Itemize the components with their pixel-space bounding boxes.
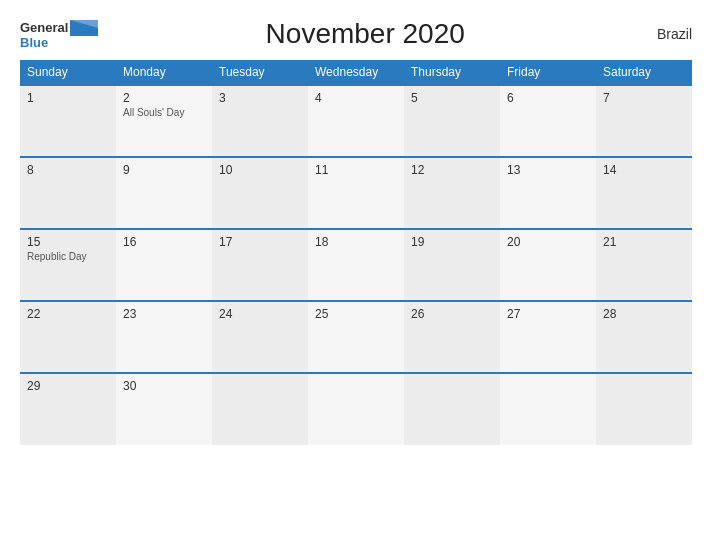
day-number: 23	[123, 307, 205, 321]
day-number: 26	[411, 307, 493, 321]
calendar-day-cell: 24	[212, 301, 308, 373]
calendar-page: General Blue November 2020 Brazil Sunday…	[0, 0, 712, 550]
day-number: 9	[123, 163, 205, 177]
calendar-day-cell: 11	[308, 157, 404, 229]
calendar-day-cell: 4	[308, 85, 404, 157]
calendar-day-cell	[404, 373, 500, 445]
day-number: 7	[603, 91, 685, 105]
day-number: 18	[315, 235, 397, 249]
calendar-day-cell: 18	[308, 229, 404, 301]
calendar-day-cell: 25	[308, 301, 404, 373]
calendar-day-cell: 15Republic Day	[20, 229, 116, 301]
header-tuesday: Tuesday	[212, 60, 308, 85]
calendar-week-row: 12All Souls' Day34567	[20, 85, 692, 157]
day-number: 27	[507, 307, 589, 321]
calendar-day-cell: 28	[596, 301, 692, 373]
day-number: 29	[27, 379, 109, 393]
calendar-day-cell	[212, 373, 308, 445]
day-number: 4	[315, 91, 397, 105]
logo-flag-icon	[70, 20, 98, 36]
calendar-day-cell: 20	[500, 229, 596, 301]
calendar-day-cell: 16	[116, 229, 212, 301]
calendar-day-cell: 21	[596, 229, 692, 301]
day-number: 3	[219, 91, 301, 105]
day-number: 12	[411, 163, 493, 177]
calendar-day-cell: 14	[596, 157, 692, 229]
calendar-day-cell	[500, 373, 596, 445]
day-number: 14	[603, 163, 685, 177]
weekday-header-row: Sunday Monday Tuesday Wednesday Thursday…	[20, 60, 692, 85]
calendar-day-cell: 29	[20, 373, 116, 445]
calendar-day-cell: 9	[116, 157, 212, 229]
calendar-day-cell: 19	[404, 229, 500, 301]
day-number: 19	[411, 235, 493, 249]
calendar-table: Sunday Monday Tuesday Wednesday Thursday…	[20, 60, 692, 445]
calendar-day-cell: 6	[500, 85, 596, 157]
calendar-day-cell	[308, 373, 404, 445]
day-number: 10	[219, 163, 301, 177]
day-number: 25	[315, 307, 397, 321]
day-number: 1	[27, 91, 109, 105]
day-number: 17	[219, 235, 301, 249]
calendar-day-cell: 27	[500, 301, 596, 373]
calendar-week-row: 22232425262728	[20, 301, 692, 373]
calendar-day-cell: 30	[116, 373, 212, 445]
header-saturday: Saturday	[596, 60, 692, 85]
day-number: 21	[603, 235, 685, 249]
calendar-week-row: 891011121314	[20, 157, 692, 229]
calendar-day-cell: 3	[212, 85, 308, 157]
day-number: 30	[123, 379, 205, 393]
logo-general-text: General	[20, 21, 68, 34]
calendar-week-row: 2930	[20, 373, 692, 445]
day-number: 11	[315, 163, 397, 177]
calendar-day-cell: 10	[212, 157, 308, 229]
day-number: 20	[507, 235, 589, 249]
header-wednesday: Wednesday	[308, 60, 404, 85]
calendar-day-cell: 12	[404, 157, 500, 229]
holiday-label: All Souls' Day	[123, 107, 205, 118]
day-number: 24	[219, 307, 301, 321]
day-number: 22	[27, 307, 109, 321]
logo: General Blue	[20, 20, 98, 49]
day-number: 13	[507, 163, 589, 177]
holiday-label: Republic Day	[27, 251, 109, 262]
calendar-day-cell: 1	[20, 85, 116, 157]
day-number: 15	[27, 235, 109, 249]
calendar-title: November 2020	[98, 18, 632, 50]
day-number: 8	[27, 163, 109, 177]
calendar-day-cell: 8	[20, 157, 116, 229]
calendar-day-cell: 23	[116, 301, 212, 373]
calendar-day-cell: 26	[404, 301, 500, 373]
header-monday: Monday	[116, 60, 212, 85]
calendar-day-cell: 2All Souls' Day	[116, 85, 212, 157]
day-number: 16	[123, 235, 205, 249]
header-thursday: Thursday	[404, 60, 500, 85]
day-number: 6	[507, 91, 589, 105]
header-sunday: Sunday	[20, 60, 116, 85]
day-number: 5	[411, 91, 493, 105]
calendar-week-row: 15Republic Day161718192021	[20, 229, 692, 301]
calendar-day-cell: 7	[596, 85, 692, 157]
calendar-day-cell	[596, 373, 692, 445]
calendar-day-cell: 5	[404, 85, 500, 157]
calendar-day-cell: 17	[212, 229, 308, 301]
day-number: 2	[123, 91, 205, 105]
day-number: 28	[603, 307, 685, 321]
calendar-day-cell: 13	[500, 157, 596, 229]
calendar-day-cell: 22	[20, 301, 116, 373]
logo-blue-text: Blue	[20, 36, 48, 49]
country-label: Brazil	[632, 26, 692, 42]
header: General Blue November 2020 Brazil	[20, 18, 692, 50]
header-friday: Friday	[500, 60, 596, 85]
